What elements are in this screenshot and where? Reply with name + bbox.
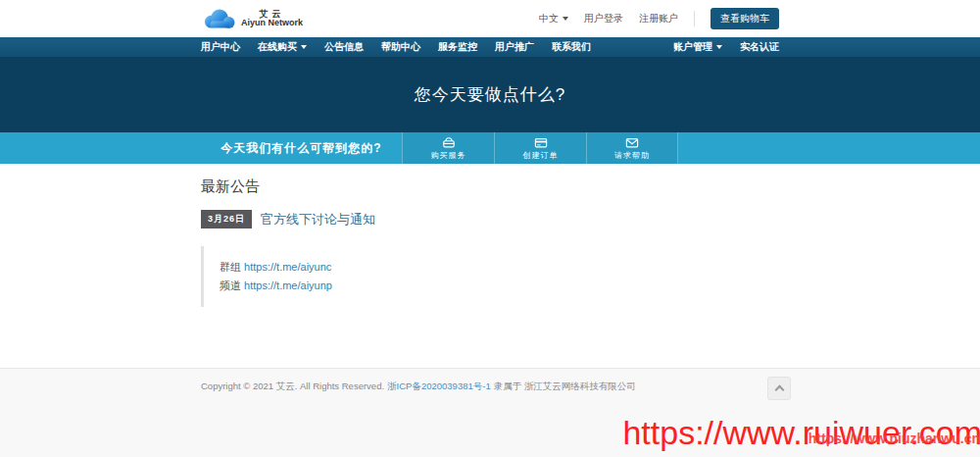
main-content: 最新公告 3月26日 官方线下讨论与通知 群组 https://t.me/aiy… [0, 164, 980, 368]
navbar-item-affiliates[interactable]: 用户推广 [486, 37, 543, 57]
site-logo[interactable]: 艾云 Aiyun Network [201, 7, 303, 30]
navbar-item-service-status[interactable]: 服务监控 [429, 37, 486, 57]
order-services-button[interactable]: 购买服务 [402, 132, 494, 164]
telegram-channel-line: 频道 https://t.me/aiyunp [220, 279, 779, 293]
copyright-suffix: 隶属于 浙江艾云网络科技有限公司 [494, 381, 636, 391]
navbar-item-announcements[interactable]: 公告信息 [316, 37, 372, 57]
caret-down-icon [563, 17, 568, 21]
language-selector[interactable]: 中文 [539, 12, 568, 25]
announcement-item: 3月26日 官方线下讨论与通知 [201, 210, 779, 228]
announcement-title-link[interactable]: 官方线下讨论与通知 [261, 211, 375, 228]
register-link[interactable]: 注册账户 [639, 12, 678, 25]
icp-license-link[interactable]: 浙ICP备2020039381号-1 [387, 381, 491, 391]
site-footer: Copyright © 2021 艾云. All Rights Reserved… [0, 368, 980, 457]
login-link[interactable]: 用户登录 [584, 12, 623, 25]
hero-title: 您今天要做点什么? [415, 83, 565, 106]
request-help-button[interactable]: 请求帮助 [586, 132, 678, 164]
hero-banner: 您今天要做点什么? [0, 57, 980, 132]
announcements-title: 最新公告 [201, 178, 779, 196]
announcement-body: 群组 https://t.me/aiyunc 频道 https://t.me/a… [201, 246, 779, 307]
telegram-group-link[interactable]: https://t.me/aiyunc [244, 261, 331, 273]
navbar-item-user-center[interactable]: 用户中心 [201, 37, 249, 57]
action-prompt: 今天我们有什么可帮到您的? [201, 132, 402, 164]
envelope-icon [625, 136, 639, 149]
shopping-basket-icon [442, 136, 456, 149]
copyright-text: Copyright © 2021 艾云. All Rights Reserved… [201, 381, 639, 393]
telegram-group-line: 群组 https://t.me/aiyunc [220, 260, 779, 275]
navbar-item-account-management[interactable]: 账户管理 [664, 37, 731, 57]
caret-down-icon [301, 45, 307, 49]
copyright-prefix: Copyright © 2021 艾云. All Rights Reserved… [201, 381, 384, 391]
navbar-item-contact-us[interactable]: 联系我们 [543, 37, 600, 57]
group-label: 群组 [220, 261, 241, 273]
chevron-up-icon [774, 385, 784, 395]
create-order-button[interactable]: 创建订单 [494, 132, 586, 164]
scroll-to-top-button[interactable] [767, 377, 791, 400]
header-nav: 中文 用户登录 注册账户 查看购物车 [539, 8, 779, 29]
view-cart-button[interactable]: 查看购物车 [710, 8, 779, 29]
telegram-channel-link[interactable]: https://t.me/aiyunp [244, 279, 332, 291]
caret-down-icon [716, 45, 722, 49]
action-bar: 今天我们有什么可帮到您的? 购买服务 [0, 132, 980, 164]
cloud-logo-icon [201, 7, 238, 30]
channel-label: 频道 [220, 279, 241, 291]
top-header: 艾云 Aiyun Network 中文 用户登录 注册账户 查看购物车 [0, 0, 980, 37]
announcement-date-badge: 3月26日 [201, 210, 252, 228]
credit-card-icon [534, 136, 548, 149]
header-divider [694, 11, 695, 26]
navbar-item-real-name-verification[interactable]: 实名认证 [731, 37, 779, 57]
navbar-item-help-center[interactable]: 帮助中心 [372, 37, 429, 57]
logo-subtitle: Aiyun Network [241, 19, 303, 27]
action-buttons: 购买服务 创建订单 请 [402, 132, 678, 164]
navbar-item-order-online[interactable]: 在线购买 [249, 37, 316, 57]
main-navbar: 用户中心 在线购买 公告信息 帮助中心 服务监控 用户推广 联系我们 账户管理 … [0, 37, 980, 57]
